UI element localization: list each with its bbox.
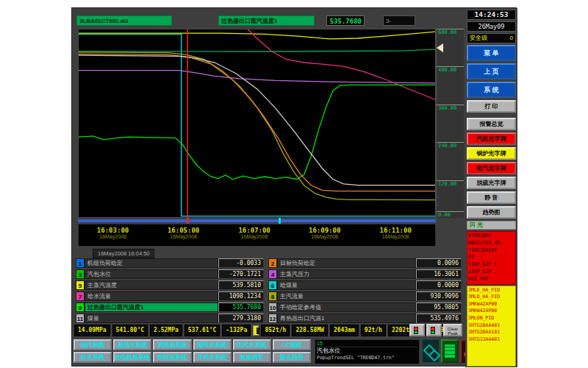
alarm-item[interactable]: 3HTG13AA401 (468, 336, 514, 344)
time-tick: 16:05:0016May2008 (168, 227, 199, 239)
system-button[interactable]: 系 统 (467, 82, 516, 98)
pen-row-8[interactable]: 8 主汽流量 930.9096 (268, 291, 462, 301)
trend-chart: 600.00 480.00 360.00 240.00 120.00 0.00 (72, 29, 464, 219)
pen-row-10[interactable]: 10 手动给定参考值 95.9805 (268, 302, 462, 312)
btn-open-water[interactable]: 开式水系统 (193, 352, 232, 363)
active-alarm-list: BI9O1BHT N01E17SS.4M T18E1QACHT O2 1IDF_… (467, 231, 516, 285)
status-steam-flow: 852t/h (261, 325, 290, 336)
pen-value: 0.0000 (416, 280, 462, 290)
btn-key-trends[interactable]: 重点趋势 (273, 352, 311, 363)
alarm-item[interactable]: 3HTG20AA401 (468, 322, 514, 330)
pen-label: 目标负荷给定 (277, 258, 416, 268)
time-tick: 16:07:0016May2008 (238, 227, 270, 239)
trend-page-button[interactable]: 趋势图 (467, 206, 516, 219)
pen-row-6[interactable]: 6 给煤量 0.0000 (268, 280, 462, 290)
pen-value: 95.9805 (416, 302, 462, 312)
alarm-item[interactable]: 1IDF_GZF (468, 269, 514, 276)
link-icon-button[interactable] (422, 339, 440, 363)
cursor-timestamp: 16May2008 16:04:50 (93, 249, 154, 258)
pen-color-badge: 1 (76, 258, 85, 268)
btn-h2-temp[interactable]: 氢温调节 (233, 352, 271, 363)
pen-value: 539.5810 (218, 280, 264, 290)
pen-color-badge: 3 (76, 269, 85, 279)
alarm-item[interactable]: 3MLE_HA_PID (468, 287, 514, 294)
clock-date: 26May09 (467, 21, 516, 32)
time-scrollbar[interactable] (78, 219, 436, 222)
alarm-item[interactable]: 1IDF_GZF_F (468, 261, 514, 269)
status-main-steam-temp: 541.80°C (112, 325, 148, 336)
btn-condensate[interactable]: 凝结水系统 (113, 339, 151, 350)
flash-alarm-header: 闪 光 (467, 221, 516, 230)
prev-page-button[interactable]: 上 页 (467, 63, 516, 79)
btn-seal-oil[interactable]: 密封油系统 (153, 352, 191, 363)
alarm-item[interactable]: 3HTG20AA101 (468, 329, 514, 336)
pen-label: 主蒸汽压力 (277, 269, 416, 279)
btn-lube-oil[interactable]: 润滑油系统 (153, 339, 191, 350)
pen-row-7[interactable]: 7 给水流量 1098.1234 (76, 291, 264, 301)
pen-label: 汽包水位 (85, 269, 218, 279)
clear-peak-button[interactable]: Clear Peak (443, 324, 462, 336)
trend-aux-box[interactable]: 3- (383, 15, 415, 26)
btn-feedwater[interactable]: 给水系统 (74, 352, 112, 363)
pen-color-badge: 8 (268, 291, 277, 301)
time-tick: 16:11:0016May2008 (379, 227, 411, 239)
alarm-item[interactable]: 3MLD_HA_PID (468, 294, 514, 301)
grid-display-button[interactable] (441, 339, 459, 363)
pen-mode-icon[interactable] (253, 325, 259, 336)
command-point-name: 汽包水位 (317, 347, 417, 355)
alarm-item[interactable]: 3MLON_PID (468, 315, 514, 322)
status-main-steam-pressure: 14.09MPa (74, 325, 110, 336)
pen-value: 279.3180 (218, 314, 264, 323)
status-coal-flow: 92t/h (361, 325, 386, 336)
pen-row-3[interactable]: 3 汽包水位 -270.1721 (76, 269, 264, 279)
pen-indicator-button-1[interactable] (409, 324, 425, 336)
status-generator-power: 228.58MW (292, 325, 328, 336)
pen-label: 手动给定参考值 (277, 302, 416, 312)
btn-generator-h2[interactable]: 发电机氢系统 (113, 352, 151, 363)
pen-label: 过热器出口蒸汽温度1 (85, 302, 218, 312)
system-button-row-1: 抽汽系统 凝结水系统 润滑油系统 循环水系统 闭式水系统 CC顺控 (74, 339, 312, 350)
alarm-item[interactable]: N01E17SS.4M (468, 240, 514, 247)
mute-button[interactable]: 静 音 (467, 191, 516, 204)
pen-row-2[interactable]: 2 目标负荷给定 0.0096 (268, 258, 462, 268)
alarm-item[interactable]: T18E1QACHT (468, 247, 514, 255)
btn-cc-sequence[interactable]: CC顺控 (273, 339, 311, 350)
pen-value: 0.0096 (416, 258, 462, 268)
electrical-annunciator-button[interactable]: 电气光字牌 (467, 162, 516, 174)
pen-row-5[interactable]: 5 主蒸汽温度 539.5810 (76, 280, 264, 290)
pen-indicator-button-2[interactable] (426, 324, 442, 336)
alarm-item[interactable]: BI9O1BHT (468, 233, 514, 240)
alarm-item[interactable]: 3MKW42AP00 (468, 301, 514, 308)
btn-closed-water[interactable]: 闭式水系统 (233, 339, 271, 350)
alarm-item[interactable]: O2 (468, 254, 514, 261)
trend-desc-box[interactable]: 过热器出口蒸汽温度1 (218, 15, 315, 26)
pen-row-11[interactable]: 11 煤量 279.3180 (76, 314, 264, 323)
trend-line-steam-flow (79, 55, 436, 185)
pen-row-1[interactable]: 1 机组负荷给定 -0.0033 (76, 258, 264, 268)
scale-pointer-icon[interactable] (437, 43, 443, 52)
trend-plot-area[interactable] (78, 29, 436, 218)
scrollbar-bookmark-mark[interactable] (279, 218, 281, 224)
pen-row-4[interactable]: 4 主蒸汽压力 16.3061 (268, 269, 462, 279)
alarm-summary-button[interactable]: 报警总览 (467, 118, 516, 130)
alarm-item[interactable]: 3MKW42AP00 (468, 308, 514, 315)
pen-row-9-selected[interactable]: 9 过热器出口蒸汽温度1 535.7680 (76, 302, 264, 312)
pen-row-12[interactable]: 12 再热器出口汽温1 535.4976 (268, 314, 462, 323)
scrollbar-cursor-mark[interactable] (187, 218, 189, 224)
command-message-box[interactable]: 15 汽包水位 PopupTrendSEL "TREND47.trn" (315, 339, 420, 364)
btn-extraction-steam[interactable]: 抽汽系统 (74, 339, 112, 350)
fgd-annunciator-button[interactable]: 脱硫光字牌 (467, 177, 516, 189)
turbine-annunciator-button[interactable]: 汽机光字牌 (467, 132, 516, 145)
trend-line-coal-feed (79, 34, 436, 216)
alarm-item[interactable]: MLE_PAF (468, 276, 514, 283)
trend-tag-box[interactable]: 3LBA01CT601.aU (76, 15, 172, 26)
dcs-trend-window: 3LBA01CT601.aU 过热器出口蒸汽温度1 535.7680 3- 60… (71, 7, 517, 367)
pen-color-badge: 4 (268, 269, 277, 279)
boiler-annunciator-button[interactable]: 锅炉光字牌 (467, 147, 516, 160)
menu-button[interactable]: 菜 单 (467, 45, 516, 61)
btn-circ-water[interactable]: 循环水系统 (193, 339, 232, 350)
gauge-icon (431, 327, 435, 334)
print-button[interactable]: 打 印 (467, 100, 516, 113)
pen-color-badge: 10 (268, 302, 277, 312)
security-label: 安全级 (470, 34, 487, 43)
